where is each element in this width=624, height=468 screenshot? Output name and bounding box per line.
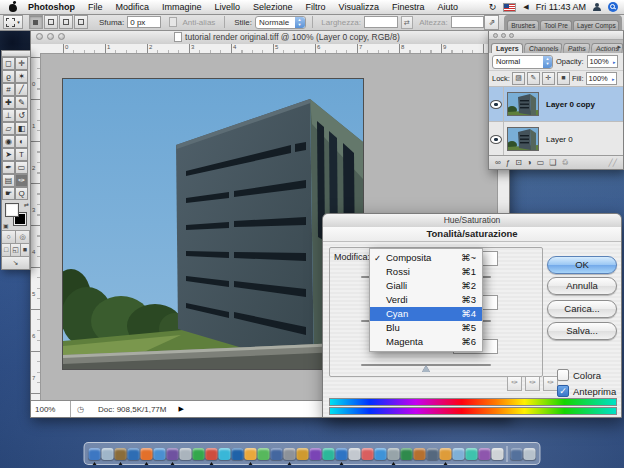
palette-menu-button[interactable]: ▸ — [617, 43, 621, 51]
dock-icon[interactable] — [128, 448, 140, 460]
well-tab-layer-comps[interactable]: Layer Comps — [573, 20, 619, 30]
dock-icon[interactable] — [323, 448, 335, 460]
palette-zoom-button[interactable] — [509, 33, 514, 38]
opacity-field[interactable]: 100%▸ — [587, 55, 618, 68]
history-brush-tool[interactable]: ↺ — [15, 109, 28, 122]
new-layer-icon[interactable]: ❏ — [549, 158, 556, 167]
eyedropper-subtract-button[interactable]: ✑ — [543, 376, 558, 391]
dock-icon[interactable] — [232, 448, 244, 460]
dock-icon[interactable] — [524, 448, 536, 460]
lock-all-icon[interactable]: ■ — [557, 72, 570, 85]
layer-thumbnail[interactable] — [507, 127, 539, 151]
dock-icon[interactable] — [89, 448, 101, 460]
zoom-window-button[interactable] — [58, 33, 65, 40]
gradient-tool[interactable]: ◧ — [15, 122, 28, 135]
palette-minimize-button[interactable] — [501, 33, 506, 38]
zoom-tool[interactable]: Q — [15, 187, 28, 200]
layer-row-layer-0-copy[interactable]: Layer 0 copy — [489, 87, 623, 122]
dock-icon[interactable] — [245, 448, 257, 460]
larghezza-field[interactable] — [364, 16, 398, 28]
user-icon[interactable] — [593, 3, 601, 11]
dock-icon[interactable] — [102, 448, 114, 460]
standard-screen-button[interactable]: □ — [2, 244, 11, 256]
rectangular-marquee-tool[interactable]: ◻ — [2, 57, 15, 70]
menu-photoshop[interactable]: Photoshop — [28, 2, 75, 12]
dock-icon[interactable] — [511, 448, 523, 460]
annulla-button[interactable]: Annulla — [547, 277, 617, 295]
clone-stamp-tool[interactable]: ⊥ — [2, 109, 15, 122]
carica-button[interactable]: Carica... — [547, 300, 617, 318]
dock-icon[interactable] — [206, 448, 218, 460]
fullscreen-menubar-button[interactable]: ◱ — [11, 244, 20, 256]
tool-preset-picker[interactable]: ▾ — [3, 15, 23, 29]
status-menu-arrow[interactable]: ▶ — [178, 405, 183, 413]
menu-item-composita[interactable]: ✓ Composita ⌘~ — [370, 251, 482, 265]
palette-close-button[interactable] — [493, 33, 498, 38]
menu-item-rossi[interactable]: Rossi ⌘1 — [370, 265, 482, 279]
swap-colors-icon[interactable]: ⇄ — [24, 201, 29, 208]
dock-icon[interactable] — [141, 448, 153, 460]
colora-checkbox[interactable] — [557, 369, 569, 381]
hand-tool[interactable]: ☛ — [2, 187, 15, 200]
menu-item-verdi[interactable]: Verdi ⌘3 — [370, 293, 482, 307]
minimize-button[interactable] — [47, 33, 54, 40]
dock-icon[interactable] — [154, 448, 166, 460]
volume-icon[interactable]: ◀ — [523, 3, 528, 11]
menu-immagine[interactable]: Immagine — [162, 2, 202, 12]
bridge-button[interactable]: ⇗ — [484, 15, 499, 30]
dock-icon[interactable] — [492, 448, 504, 460]
dock-icon[interactable] — [258, 448, 270, 460]
hue-gradient-bar-bottom[interactable] — [329, 407, 617, 415]
dock-icon[interactable] — [180, 448, 192, 460]
lock-position-icon[interactable]: ✛ — [542, 72, 555, 85]
menu-item-blu[interactable]: Blu ⌘5 — [370, 321, 482, 335]
fullscreen-button[interactable]: ■ — [21, 244, 30, 256]
dock-icon[interactable] — [271, 448, 283, 460]
slider-thumb[interactable] — [422, 365, 430, 372]
menu-item-cyan[interactable]: Cyan ⌘4 — [370, 307, 482, 321]
layer-group-icon[interactable]: ▭ — [537, 158, 545, 167]
menu-modifica[interactable]: Modifica — [116, 2, 150, 12]
layer-mask-icon[interactable]: ⊡ — [515, 158, 522, 167]
dock-icon[interactable] — [310, 448, 322, 460]
standard-mode-button[interactable]: ○ — [2, 231, 16, 243]
resize-grip[interactable]: ╱╱ — [609, 159, 617, 167]
eyedropper-tool[interactable]: ✑ — [15, 174, 28, 187]
add-selection-button[interactable] — [44, 15, 58, 29]
dock-icon[interactable] — [453, 448, 465, 460]
sfuma-field[interactable]: 0 px — [127, 16, 161, 28]
dock-icon[interactable] — [297, 448, 309, 460]
lock-transparency-icon[interactable]: ▨ — [512, 72, 525, 85]
lasso-tool[interactable]: ϱ — [2, 70, 15, 83]
dock-icon[interactable] — [115, 448, 127, 460]
adjustment-layer-icon[interactable]: ◑ — [527, 158, 532, 167]
menu-item-gialli[interactable]: Gialli ⌘2 — [370, 279, 482, 293]
swap-dimensions-icon[interactable]: ⇄ — [401, 16, 414, 29]
dock-icon[interactable] — [414, 448, 426, 460]
input-language-flag-icon[interactable] — [503, 3, 516, 12]
blend-mode-popup[interactable]: Normal ▲▼ — [492, 55, 553, 69]
subtract-selection-button[interactable] — [59, 15, 73, 29]
layer-thumbnail[interactable] — [507, 92, 539, 116]
path-selection-tool[interactable]: ➤ — [2, 148, 15, 161]
close-button[interactable] — [36, 33, 43, 40]
fill-field[interactable]: 100%▸ — [586, 72, 617, 85]
imageready-button[interactable]: ↘ — [2, 257, 30, 269]
visibility-toggle[interactable] — [489, 122, 504, 156]
apple-icon[interactable] — [9, 2, 18, 12]
menu-finestra[interactable]: Finestra — [392, 2, 425, 12]
move-tool[interactable]: ✛ — [15, 57, 28, 70]
dock-icon[interactable] — [427, 448, 439, 460]
palette-title-bar[interactable] — [489, 31, 623, 40]
blur-tool[interactable]: ◉ — [2, 135, 15, 148]
brush-tool[interactable]: ✎ — [15, 96, 28, 109]
eraser-tool[interactable]: ▱ — [2, 122, 15, 135]
dock-icon[interactable] — [362, 448, 374, 460]
new-selection-button[interactable] — [29, 15, 43, 29]
menu-aiuto[interactable]: Aiuto — [437, 2, 458, 12]
dialog-title-bar[interactable]: Hue/Saturation — [323, 214, 621, 228]
dock-icon[interactable] — [401, 448, 413, 460]
dodge-tool[interactable]: ◐ — [15, 135, 28, 148]
dock-icon[interactable] — [336, 448, 348, 460]
well-tab-brushes[interactable]: Brushes — [507, 20, 539, 30]
